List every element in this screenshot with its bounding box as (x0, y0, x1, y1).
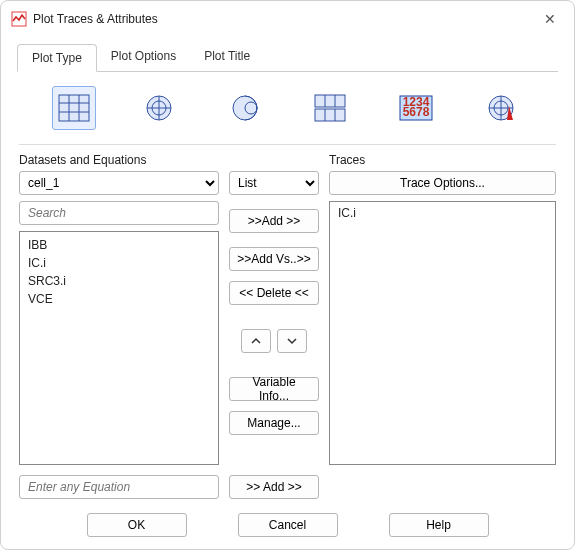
tab-plot-type[interactable]: Plot Type (17, 44, 97, 72)
datasets-label: Datasets and Equations (19, 153, 219, 167)
dialog-footer: OK Cancel Help (1, 513, 574, 537)
datasets-column: Datasets and Equations cell_1 IBB IC.i S… (19, 153, 219, 465)
stacked-plot-icon[interactable] (308, 86, 352, 130)
list-item[interactable]: IC.i (338, 206, 547, 220)
variable-info-button[interactable]: Variable Info... (229, 377, 319, 401)
cancel-button[interactable]: Cancel (238, 513, 338, 537)
chevron-up-icon (251, 337, 261, 345)
add-vs-button[interactable]: >>Add Vs..>> (229, 247, 319, 271)
list-item[interactable]: IBB (28, 236, 210, 254)
manage-button[interactable]: Manage... (229, 411, 319, 435)
rect-plot-icon[interactable] (52, 86, 96, 130)
equation-input[interactable] (19, 475, 219, 499)
window-title: Plot Traces & Attributes (33, 12, 158, 26)
add-button[interactable]: >>Add >> (229, 209, 319, 233)
help-button[interactable]: Help (389, 513, 489, 537)
list-plot-icon[interactable]: 1234 5678 (394, 86, 438, 130)
plot-type-icons: 1234 5678 (1, 72, 574, 140)
traces-listbox[interactable]: IC.i (329, 201, 556, 465)
close-button[interactable]: ✕ (538, 9, 562, 29)
add-equation-button[interactable]: >> Add >> (229, 475, 319, 499)
tab-plot-title[interactable]: Plot Title (190, 43, 264, 71)
ok-button[interactable]: OK (87, 513, 187, 537)
svg-text:5678: 5678 (402, 105, 429, 119)
list-item[interactable]: IC.i (28, 254, 210, 272)
svg-rect-12 (315, 95, 345, 107)
svg-rect-1 (59, 95, 89, 121)
antenna-plot-icon[interactable] (479, 86, 523, 130)
plot-traces-dialog: Plot Traces & Attributes ✕ Plot Type Plo… (0, 0, 575, 550)
move-up-button[interactable] (241, 329, 271, 353)
titlebar: Plot Traces & Attributes ✕ (1, 1, 574, 33)
trace-options-button[interactable]: Trace Options... (329, 171, 556, 195)
svg-rect-13 (315, 109, 345, 121)
list-item[interactable]: VCE (28, 290, 210, 308)
chevron-down-icon (287, 337, 297, 345)
search-input[interactable] (19, 201, 219, 225)
dataset-select[interactable]: cell_1 (19, 171, 219, 195)
move-down-button[interactable] (277, 329, 307, 353)
polar-plot-icon[interactable] (137, 86, 181, 130)
list-item[interactable]: SRC3.i (28, 272, 210, 290)
tab-bar: Plot Type Plot Options Plot Title (17, 43, 558, 72)
traces-label: Traces (329, 153, 556, 167)
middle-buttons: List >>Add >> >>Add Vs..>> << Delete << … (229, 153, 319, 465)
variables-listbox[interactable]: IBB IC.i SRC3.i VCE (19, 231, 219, 465)
delete-button[interactable]: << Delete << (229, 281, 319, 305)
smith-plot-icon[interactable] (223, 86, 267, 130)
tab-plot-options[interactable]: Plot Options (97, 43, 190, 71)
list-mode-select[interactable]: List (229, 171, 319, 195)
app-icon (11, 11, 27, 27)
divider (19, 144, 556, 145)
traces-column: Traces Trace Options... IC.i (329, 153, 556, 465)
